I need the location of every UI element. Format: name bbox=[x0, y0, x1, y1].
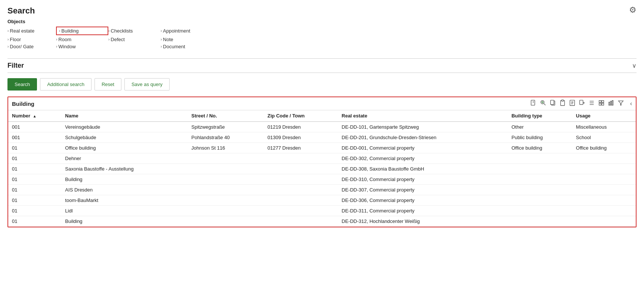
svg-rect-27 bbox=[612, 101, 613, 105]
toolbar-collapse-icon[interactable]: ‹ bbox=[630, 100, 632, 107]
toolbar-new-icon[interactable] bbox=[530, 99, 537, 108]
nav-item-appointment[interactable]: › Appointment bbox=[161, 27, 220, 35]
table-cell bbox=[188, 174, 264, 185]
table-cell bbox=[508, 185, 572, 195]
table-cell bbox=[188, 206, 264, 216]
table-cell: Johnson St 116 bbox=[188, 143, 264, 153]
table-cell bbox=[508, 206, 572, 216]
svg-rect-24 bbox=[602, 103, 604, 105]
table-cell: Miscellaneous bbox=[572, 122, 636, 132]
chevron-icon: › bbox=[7, 37, 9, 42]
chevron-icon: › bbox=[7, 45, 9, 49]
svg-line-4 bbox=[544, 104, 545, 105]
table-cell[interactable]: 001 bbox=[8, 122, 61, 132]
table-cell[interactable]: Lidl bbox=[61, 206, 188, 216]
table-cell[interactable]: Office building bbox=[61, 143, 188, 153]
table-row: 01AIS DresdenDE-DD-307, Commercial prope… bbox=[8, 185, 636, 195]
nav-item-room[interactable]: › Room bbox=[56, 37, 108, 42]
col-street[interactable]: Street / No. bbox=[188, 110, 264, 122]
table-cell bbox=[264, 164, 338, 174]
table-cell: 01 bbox=[8, 216, 61, 227]
table-cell bbox=[264, 216, 338, 227]
table-cell[interactable]: 001 bbox=[8, 132, 61, 143]
filter-bar: Filter ∨ bbox=[7, 58, 637, 73]
toolbar-doc-icon[interactable] bbox=[569, 99, 576, 108]
toolbar-copy-icon[interactable] bbox=[549, 99, 556, 108]
nav-item-real-estate[interactable]: › Real estate bbox=[7, 27, 56, 35]
table-cell: Pohlandstraße 40 bbox=[188, 132, 264, 143]
svg-marker-28 bbox=[618, 101, 623, 105]
chevron-icon: › bbox=[161, 37, 162, 42]
nav-item-note[interactable]: › Note bbox=[161, 37, 220, 42]
table-cell bbox=[188, 164, 264, 174]
nav-item-document[interactable]: › Document bbox=[161, 44, 220, 49]
nav-item-building[interactable]: › Building bbox=[56, 27, 108, 35]
nav-item-floor[interactable]: › Floor bbox=[7, 37, 56, 42]
table-cell: Office building bbox=[572, 143, 636, 153]
table-cell bbox=[572, 206, 636, 216]
table-row: 01Office buildingJohnson St 11601277 Dre… bbox=[8, 143, 636, 153]
additional-search-button[interactable]: Additional search bbox=[40, 78, 92, 91]
toolbar-grid-icon[interactable] bbox=[598, 99, 605, 108]
reset-button[interactable]: Reset bbox=[95, 78, 121, 91]
table-cell[interactable]: 01277 Dresden bbox=[264, 143, 338, 153]
nav-item-window[interactable]: › Window bbox=[56, 44, 108, 49]
nav-item-defect[interactable]: › Defect bbox=[108, 37, 161, 42]
table-cell[interactable]: 01219 Dresden bbox=[264, 122, 338, 132]
table-row: 001VereinsgebäudeSpitzwegstraße01219 Dre… bbox=[8, 122, 636, 132]
toolbar-chart-icon[interactable] bbox=[608, 99, 614, 108]
svg-rect-9 bbox=[561, 100, 563, 101]
table-cell: Vereinsgebäude bbox=[61, 122, 188, 132]
col-zip[interactable]: Zip Code / Town bbox=[264, 110, 338, 122]
table-cell: DE-DD-308, Saxonia Baustoffe GmbH bbox=[338, 164, 508, 174]
table-cell bbox=[264, 185, 338, 195]
table-cell[interactable]: DE-DD-201, Grundschule-Dresden-Striesen bbox=[338, 132, 508, 143]
toolbar-list-icon[interactable] bbox=[588, 99, 595, 108]
results-table: Number ▲ Name Street / No. Zip Code / To… bbox=[8, 110, 636, 227]
chevron-icon: › bbox=[161, 29, 162, 33]
toolbar-filter-icon[interactable] bbox=[617, 99, 624, 108]
svg-rect-25 bbox=[609, 102, 610, 105]
sort-arrow-icon: ▲ bbox=[33, 114, 37, 118]
toolbar-export-icon[interactable] bbox=[579, 99, 585, 108]
table-cell[interactable]: Public building bbox=[508, 132, 572, 143]
table-cell[interactable]: Building bbox=[61, 174, 188, 185]
page-title: Search bbox=[7, 6, 637, 16]
settings-icon[interactable]: ⚙ bbox=[629, 5, 637, 15]
filter-title: Filter bbox=[7, 62, 24, 70]
svg-point-3 bbox=[541, 101, 544, 104]
table-cell[interactable]: Building bbox=[61, 216, 188, 227]
chevron-icon: › bbox=[108, 37, 109, 42]
col-building-type[interactable]: Building type bbox=[508, 110, 572, 122]
search-button[interactable]: Search bbox=[7, 78, 37, 91]
table-cell: Office building bbox=[508, 143, 572, 153]
toolbar-search-icon[interactable] bbox=[540, 99, 547, 108]
table-cell bbox=[188, 195, 264, 206]
table-cell bbox=[188, 153, 264, 164]
col-real-estate[interactable]: Real estate bbox=[338, 110, 508, 122]
nav-item-door-gate[interactable]: › Door/ Gate bbox=[7, 44, 56, 49]
table-cell bbox=[572, 195, 636, 206]
table-row: 01Saxonia Baustoffe - AusstellungDE-DD-3… bbox=[8, 164, 636, 174]
table-cell[interactable]: 01 bbox=[8, 143, 61, 153]
table-cell[interactable]: DE-DD-101, Gartensparte Spitzweg bbox=[338, 122, 508, 132]
col-number[interactable]: Number ▲ bbox=[8, 110, 61, 122]
col-name[interactable]: Name bbox=[61, 110, 188, 122]
filter-collapse-icon[interactable]: ∨ bbox=[632, 62, 637, 69]
col-usage[interactable]: Usage bbox=[572, 110, 636, 122]
toolbar-paste-icon[interactable] bbox=[559, 99, 566, 108]
table-cell[interactable]: 01309 Dresden bbox=[264, 132, 338, 143]
table-cell bbox=[188, 216, 264, 227]
chevron-icon: › bbox=[56, 45, 57, 49]
objects-label: Objects bbox=[7, 19, 637, 24]
table-row: 01LidlDE-DD-311, Commercial property bbox=[8, 206, 636, 216]
table-cell: Other bbox=[508, 122, 572, 132]
table-cell: Saxonia Baustoffe - Ausstellung bbox=[61, 164, 188, 174]
nav-item-checklists[interactable]: › Checklists bbox=[108, 27, 161, 35]
table-cell bbox=[572, 164, 636, 174]
save-as-query-button[interactable]: Save as query bbox=[124, 78, 170, 91]
table-cell: 01 bbox=[8, 174, 61, 185]
table-cell bbox=[508, 174, 572, 185]
table-cell[interactable]: DE-DD-001, Commercial property bbox=[338, 143, 508, 153]
table-cell: toom-BauMarkt bbox=[61, 195, 188, 206]
